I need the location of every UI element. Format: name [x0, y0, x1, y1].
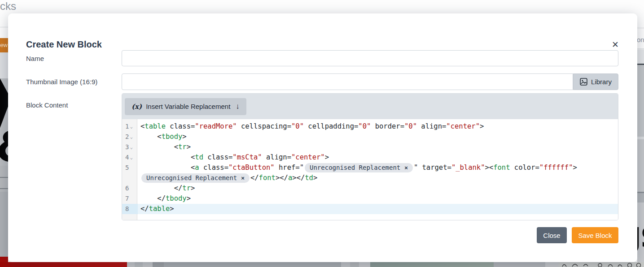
line-number: 7	[122, 194, 138, 204]
name-label: Name	[26, 55, 44, 62]
thumbnail-fragment	[350, 262, 359, 267]
column-header-fragment: on	[637, 36, 644, 43]
variable-icon: (x)	[131, 103, 142, 111]
thumbnail-fragment	[341, 262, 350, 267]
thumbnail-fragment	[164, 262, 341, 267]
thumbnail-input[interactable]	[122, 73, 573, 90]
thumbnail-fragment	[494, 262, 545, 267]
thumbnail-fragment	[135, 262, 143, 267]
sketch-art	[559, 262, 644, 267]
code-line[interactable]: <tbody>	[138, 132, 618, 142]
code-line[interactable]: <td class="msCta" align="center">	[138, 152, 618, 163]
thumbnail-strip-fragment	[0, 262, 644, 267]
divider	[0, 27, 8, 27]
divider	[637, 48, 644, 49]
block-thumbnail-fragment: &	[0, 78, 8, 166]
variable-chip: Unrecognised Replacement×	[141, 173, 250, 183]
thumbnail-label: Thumbnail Image (16:9)	[26, 78, 97, 86]
thumbnail-fragment	[153, 262, 164, 267]
code-line-row[interactable]: 2⌄ <tbody>	[122, 132, 618, 142]
name-input[interactable]	[122, 50, 618, 66]
thumbnail-fragment	[143, 262, 153, 267]
save-block-button[interactable]: Save Block	[572, 227, 618, 243]
library-button[interactable]: Library	[573, 73, 618, 90]
chevron-down-icon: ↓	[236, 102, 240, 111]
code-editor: (x) Insert Variable Replacement ↓ 1⌄<tab…	[122, 93, 618, 220]
code-line[interactable]: <a class="ctaButton" href="Unrecognised …	[138, 163, 618, 183]
code-line-row[interactable]: 4⌄ <td class="msCta" align="center">	[122, 152, 618, 163]
red-thumbnail-fragment	[0, 262, 127, 267]
code-line[interactable]: </tbody>	[138, 194, 618, 204]
list-rows-fragment	[0, 192, 8, 257]
table-row-fragment	[637, 65, 644, 137]
line-number: 3⌄	[122, 142, 138, 152]
fold-arrow-icon[interactable]: ⌄	[130, 132, 133, 142]
create-new-button-fragment: ew	[0, 38, 8, 52]
code-line[interactable]: </table>	[138, 204, 618, 214]
sketch-thumbnail-fragment	[559, 262, 644, 267]
library-button-label: Library	[591, 78, 612, 86]
code-line-row[interactable]: 7 </tbody>	[122, 194, 618, 204]
line-number: 1⌄	[122, 121, 138, 132]
insert-variable-label: Insert Variable Replacement	[146, 103, 230, 110]
fold-arrow-icon[interactable]: ⌄	[130, 142, 133, 152]
page-title-fragment: cks	[0, 0, 18, 13]
line-number: 6	[122, 183, 138, 194]
code-line[interactable]: <tr>	[138, 142, 618, 152]
card-fragment	[0, 52, 8, 78]
code-area[interactable]: 1⌄<table class="readMore" cellspacing="0…	[122, 119, 618, 220]
close-button[interactable]: Close	[537, 227, 567, 243]
thumbnail-fragment	[127, 262, 135, 267]
code-line[interactable]: <table class="readMore" cellspacing="0" …	[138, 121, 618, 132]
create-new-block-modal: Create New Block ✕ Name Thumbnail Image …	[8, 13, 637, 262]
variable-chip-label: Unrecognised Replacement	[310, 163, 400, 172]
line-number: 8	[122, 204, 138, 214]
line-number: 4⌄	[122, 152, 138, 163]
modal-title: Create New Block	[26, 39, 102, 50]
code-line-row[interactable]: 8</table>	[122, 204, 618, 214]
code-line-row[interactable]: 6 </tr>	[122, 183, 618, 194]
block-content-label: Block Content	[26, 101, 68, 109]
green-thumbnail-fragment	[370, 262, 494, 267]
variable-chip-label: Unrecognised Replacement	[146, 173, 237, 183]
line-number: 2⌄	[122, 132, 138, 142]
divider	[637, 28, 644, 28]
variable-chip: Unrecognised Replacement×	[305, 163, 413, 172]
variable-chip-remove-icon[interactable]: ×	[241, 173, 245, 183]
code-line-row[interactable]: 5 <a class="ctaButton" href="Unrecognise…	[122, 163, 618, 183]
thumbnail-art-glyph: &	[0, 123, 8, 166]
thumbnail-fragment	[359, 262, 370, 267]
insert-variable-button[interactable]: (x) Insert Variable Replacement ↓	[125, 98, 246, 115]
code-line-row[interactable]: 3⌄ <tr>	[122, 142, 618, 152]
table-row-fragment	[637, 193, 644, 202]
editor-toolbar: (x) Insert Variable Replacement ↓	[122, 94, 618, 119]
code-line-row[interactable]: 1⌄<table class="readMore" cellspacing="0…	[122, 121, 618, 132]
image-icon	[580, 78, 587, 86]
thumbnail-fragment	[545, 262, 559, 267]
table-row-fragment	[637, 139, 644, 192]
variable-chip-remove-icon[interactable]: ×	[404, 163, 408, 172]
code-line[interactable]: </tr>	[138, 183, 618, 194]
close-icon[interactable]: ✕	[609, 39, 621, 51]
line-number: 5	[122, 163, 138, 183]
table-row-fragment	[637, 49, 644, 64]
fold-arrow-icon[interactable]: ⌄	[130, 152, 133, 163]
fold-arrow-icon[interactable]: ⌄	[130, 121, 133, 132]
